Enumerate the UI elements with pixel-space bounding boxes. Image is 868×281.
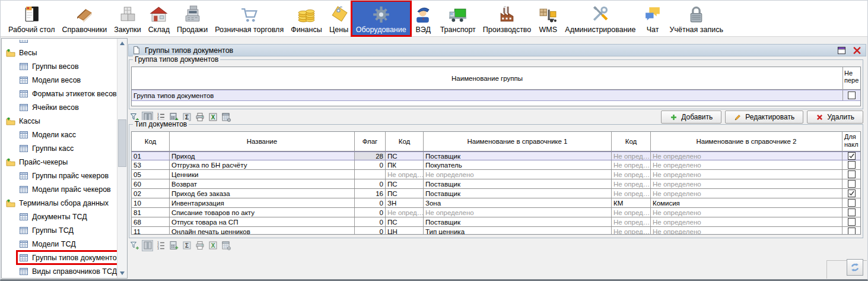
- toolbar-item-tools[interactable]: Администрирование: [561, 2, 639, 35]
- toolbar-item-customs-officer[interactable]: ВЭД: [410, 2, 437, 35]
- row-checkbox[interactable]: [848, 228, 856, 235]
- sidebar-item-1[interactable]: Весы: [2, 46, 117, 59]
- sidebar-item-16[interactable]: Группы типов документов: [2, 251, 117, 264]
- row-checkbox[interactable]: [848, 218, 856, 226]
- delete-button[interactable]: Удалить: [807, 110, 863, 124]
- row-checkbox[interactable]: [848, 199, 856, 207]
- toolbar-item-boxes[interactable]: Закупки: [110, 2, 145, 35]
- cell-flag: 0: [355, 160, 386, 169]
- table-row[interactable]: 02Приход без заказа16ПСПоставщикНе опред…: [132, 189, 860, 198]
- panel-title-bar: Группы типов документов: [128, 44, 866, 56]
- refresh-button[interactable]: [847, 259, 863, 276]
- toolbar-item-chat[interactable]: Чат: [640, 2, 666, 35]
- toolbar-item-label: Розничная торговля: [215, 26, 284, 34]
- toolbar-item-coins[interactable]: Финансы: [287, 2, 325, 35]
- columns-button[interactable]: [142, 240, 153, 251]
- table-row[interactable]: 81Списание товаров по акту0Не опред…Не о…: [132, 208, 860, 217]
- sidebar-item-label: Модели ТСД: [32, 240, 76, 248]
- sidebar-scrollbar[interactable]: [117, 39, 127, 278]
- toolbar-item-gear[interactable]: Оборудование: [352, 2, 410, 35]
- table-row[interactable]: 01Приход28ПСПоставщикНе опред…Не определ…: [132, 151, 860, 160]
- calculator-button[interactable]: [168, 240, 179, 251]
- close-icon[interactable]: [852, 46, 862, 55]
- toolbar-item-forklift[interactable]: WMS: [535, 2, 561, 35]
- column-header-name[interactable]: Название: [170, 132, 355, 151]
- column-header-code[interactable]: Код: [132, 132, 170, 151]
- table-row[interactable]: 10Инвентаризация0ЗНЗонаКМКомисия: [132, 198, 860, 208]
- sort-123-button[interactable]: 123: [155, 240, 166, 251]
- table-row[interactable]: 60Возврат0ПСПоставщикНе опред…Не определ…: [132, 179, 860, 189]
- cell-group-name: Группа типов документов: [132, 90, 843, 100]
- toolbar-item-truck[interactable]: Транспорт: [437, 2, 479, 35]
- sidebar-item-8[interactable]: Группы касс: [2, 141, 117, 155]
- group-table-header: Наименование группы Не пере: [132, 67, 860, 90]
- row-checkbox[interactable]: [848, 190, 856, 197]
- table-grid-icon: [19, 171, 28, 181]
- toolbar-item-lock[interactable]: Учётная запись: [666, 2, 727, 35]
- sidebar-item-2[interactable]: Группы весов: [2, 59, 117, 73]
- row-checkbox[interactable]: [848, 152, 856, 160]
- sidebar-item-12[interactable]: Терминалы сбора данных: [2, 196, 117, 210]
- filter-button[interactable]: [129, 240, 140, 251]
- column-header-name[interactable]: Наименование группы: [132, 67, 843, 89]
- pencil-icon: [734, 113, 742, 121]
- sigma-button[interactable]: Σ: [181, 240, 192, 251]
- row-checkbox[interactable]: [848, 180, 856, 188]
- print-button[interactable]: [194, 240, 205, 251]
- sidebar-item-4[interactable]: Форматы этикеток весов: [2, 87, 117, 100]
- scroll-down-icon[interactable]: [117, 269, 127, 278]
- toolbar-item-cash-register[interactable]: Продажи: [173, 2, 211, 35]
- table-settings-button[interactable]: [220, 240, 231, 251]
- excel-export-button[interactable]: X: [207, 112, 218, 123]
- print-button[interactable]: [194, 112, 205, 123]
- cell-flag: 16: [355, 189, 386, 198]
- sidebar-item-9[interactable]: Прайс-чекеры: [2, 155, 117, 169]
- sidebar-item-17[interactable]: Виды справочников ТСД: [2, 264, 117, 278]
- warehouse-icon: [149, 5, 168, 24]
- table-row[interactable]: 53Отгрузка по БН расчёту0ПКПокупательНе …: [132, 160, 860, 170]
- sidebar-item-3[interactable]: Модели весов: [2, 73, 117, 87]
- row-checkbox[interactable]: [848, 209, 856, 216]
- sidebar-item-6[interactable]: Кассы: [2, 114, 117, 128]
- column-header-checkbox[interactable]: Не пере: [843, 67, 860, 89]
- cell-flag: 0: [355, 227, 386, 235]
- grid-toolbar-bottom-bar: 123ΣX: [129, 239, 231, 252]
- sidebar-item-14[interactable]: Группы ТСД: [2, 223, 117, 237]
- cash-register-icon: [183, 5, 202, 24]
- table-row[interactable]: 05ЦенникиНе опред…Не определеноНе опред……: [132, 170, 860, 179]
- column-header-code2[interactable]: Код: [612, 132, 651, 151]
- column-header-ref2[interactable]: Наименование в справочнике 2: [651, 132, 842, 151]
- table-row[interactable]: 11Онлайн печать ценников0ЦНТип ценникаНе…: [132, 227, 860, 235]
- table-settings-button[interactable]: [220, 112, 231, 123]
- sidebar-item-7[interactable]: Модели касс: [2, 128, 117, 141]
- scrollbar-thumb[interactable]: [118, 119, 126, 167]
- row-checkbox[interactable]: [848, 171, 856, 178]
- tools-icon: [590, 5, 610, 24]
- column-header-flag[interactable]: Флаг: [355, 132, 386, 151]
- scroll-up-icon[interactable]: [117, 39, 127, 48]
- excel-export-button[interactable]: X: [207, 240, 218, 251]
- column-header-checkbox[interactable]: Для накл: [842, 132, 860, 151]
- toolbar-item-warehouse[interactable]: Склад: [145, 2, 173, 35]
- sidebar-item-13[interactable]: Документы ТСД: [2, 210, 117, 223]
- boxes-icon: [118, 5, 138, 24]
- toolbar-item-shopping-cart[interactable]: Розничная торговля: [211, 2, 287, 35]
- row-checkbox[interactable]: [848, 161, 856, 169]
- table-row[interactable]: Группа типов документов: [132, 90, 860, 101]
- edit-button[interactable]: Редактировать: [725, 110, 803, 124]
- table-row[interactable]: 68Отпуск товара на СП0ПСПоставщикНе опре…: [132, 217, 860, 227]
- toolbar-item-book[interactable]: Справочники: [58, 2, 110, 35]
- sidebar-item-5[interactable]: Ячейки весов: [2, 100, 117, 114]
- toolbar-item-desktop[interactable]: Рабочий стол: [5, 2, 58, 35]
- cell-flag: 0: [355, 198, 386, 207]
- restore-window-icon[interactable]: [837, 46, 847, 55]
- toolbar-item-price-tag[interactable]: Цены: [326, 2, 352, 35]
- add-button[interactable]: Добавить: [661, 110, 721, 124]
- sidebar-item-11[interactable]: Модели прайс чекеров: [2, 182, 117, 196]
- toolbar-item-factory[interactable]: Производство: [479, 2, 535, 35]
- row-checkbox[interactable]: [848, 91, 856, 99]
- sidebar-item-10[interactable]: Группы прайс чекеров: [2, 169, 117, 182]
- column-header-ref1[interactable]: Наименование в справочнике 1: [424, 132, 612, 151]
- column-header-code1[interactable]: Код: [386, 132, 424, 151]
- sidebar-item-15[interactable]: Модели ТСД: [2, 237, 117, 251]
